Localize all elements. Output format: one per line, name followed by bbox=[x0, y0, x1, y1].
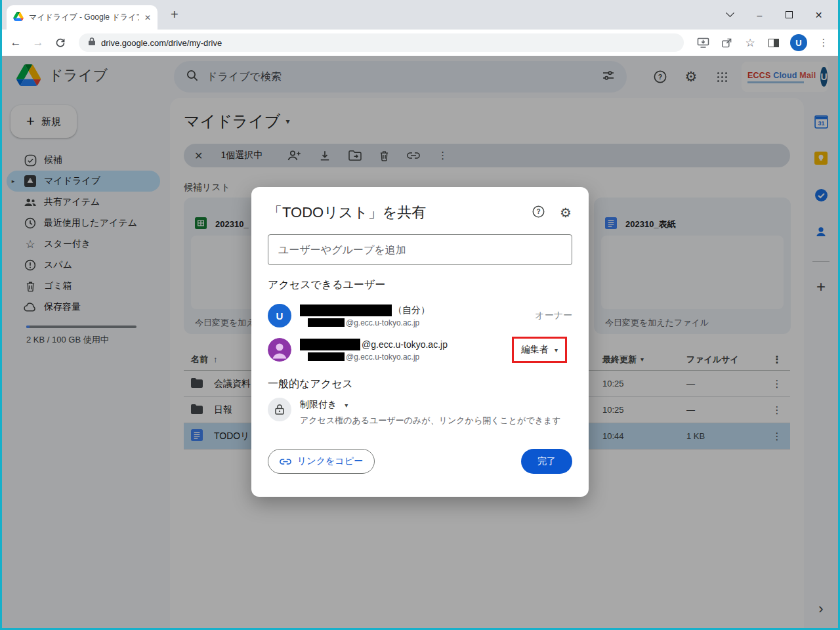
share-icon[interactable] bbox=[717, 33, 736, 52]
add-people-input[interactable] bbox=[268, 234, 572, 265]
reload-icon[interactable] bbox=[51, 33, 70, 52]
chrome-menu-chevron-icon[interactable] bbox=[715, 0, 745, 30]
browser-tab[interactable]: マイドライブ - Google ドライブ ✕ bbox=[7, 5, 158, 30]
editor-role-dropdown[interactable]: 編集者 ▾ bbox=[512, 337, 567, 363]
access-level-dropdown[interactable]: 制限付き ▾ bbox=[300, 399, 561, 411]
maximize-button[interactable] bbox=[774, 0, 804, 30]
tab-title: マイドライブ - Google ドライブ bbox=[29, 12, 139, 23]
browser-avatar[interactable]: U bbox=[790, 34, 807, 51]
redacted-name bbox=[300, 304, 392, 316]
owner-avatar: U bbox=[268, 304, 291, 327]
lock-icon bbox=[88, 37, 96, 49]
chevron-down-icon: ▾ bbox=[555, 346, 558, 354]
editor-avatar bbox=[268, 338, 291, 362]
access-level-description: アクセス権のあるユーザーのみが、リンクから開くことができます bbox=[300, 415, 561, 427]
done-button[interactable]: 完了 bbox=[521, 449, 572, 474]
close-window-button[interactable]: ✕ bbox=[804, 0, 833, 30]
chevron-down-icon: ▾ bbox=[345, 402, 348, 409]
redacted-email bbox=[308, 352, 345, 361]
lock-icon bbox=[268, 398, 291, 421]
install-icon[interactable] bbox=[693, 33, 713, 52]
redacted-name bbox=[300, 339, 360, 350]
owner-email-domain: @g.ecc.u-tokyo.ac.jp bbox=[346, 318, 419, 327]
back-icon[interactable]: ← bbox=[7, 33, 25, 52]
window-controls: – ✕ bbox=[715, 0, 833, 30]
editor-name-domain: @g.ecc.u-tokyo.ac.jp bbox=[362, 339, 448, 350]
browser-window: マイドライブ - Google ドライブ ✕ + – ✕ ← → drive.g… bbox=[0, 0, 840, 630]
browser-menu-icon[interactable]: ⋮ bbox=[814, 33, 833, 52]
forward-icon[interactable]: → bbox=[29, 33, 47, 52]
drive-favicon bbox=[13, 12, 24, 24]
svg-text:?: ? bbox=[537, 208, 541, 215]
minimize-button[interactable]: – bbox=[745, 0, 774, 30]
link-icon bbox=[280, 456, 291, 467]
address-bar[interactable]: drive.google.com/drive/my-drive bbox=[79, 33, 684, 52]
share-dialog: 「TODOリスト」を共有 ? ⚙ アクセスできるユーザー U （自分） @g.e… bbox=[251, 187, 589, 497]
browser-toolbar: ← → drive.google.com/drive/my-drive ☆ U … bbox=[0, 30, 840, 56]
copy-link-button[interactable]: リンクをコピー bbox=[268, 449, 375, 474]
tab-close-icon[interactable]: ✕ bbox=[144, 13, 151, 22]
dialog-help-icon[interactable]: ? bbox=[532, 205, 545, 221]
editor-email-domain: @g.ecc.u-tokyo.ac.jp bbox=[346, 352, 419, 362]
screenshare-border bbox=[0, 0, 2, 630]
dialog-title: 「TODOリスト」を共有 bbox=[268, 203, 532, 222]
owner-self-suffix: （自分） bbox=[393, 304, 430, 316]
url-text[interactable]: drive.google.com/drive/my-drive bbox=[101, 38, 222, 48]
owner-role-label: オーナー bbox=[535, 310, 572, 322]
dialog-settings-gear-icon[interactable]: ⚙ bbox=[560, 205, 572, 220]
new-tab-button[interactable]: + bbox=[171, 7, 178, 22]
editor-role-value: 編集者 bbox=[521, 344, 549, 356]
bookmark-star-icon[interactable]: ☆ bbox=[740, 33, 760, 52]
share-user-row-editor: @g.ecc.u-tokyo.ac.jp @g.ecc.u-tokyo.ac.j… bbox=[268, 333, 572, 367]
copy-link-label: リンクをコピー bbox=[297, 455, 363, 467]
reading-list-icon[interactable] bbox=[764, 33, 784, 52]
access-level-value: 制限付き bbox=[300, 399, 337, 411]
people-section-label: アクセスできるユーザー bbox=[268, 278, 572, 292]
tab-bar: マイドライブ - Google ドライブ ✕ + – ✕ bbox=[0, 0, 840, 30]
general-access-label: 一般的なアクセス bbox=[268, 377, 572, 391]
share-user-row-owner: U （自分） @g.ecc.u-tokyo.ac.jp オーナー bbox=[268, 299, 572, 333]
general-access-row: 制限付き ▾ アクセス権のあるユーザーのみが、リンクから開くことができます bbox=[268, 398, 572, 427]
redacted-email bbox=[308, 318, 345, 327]
